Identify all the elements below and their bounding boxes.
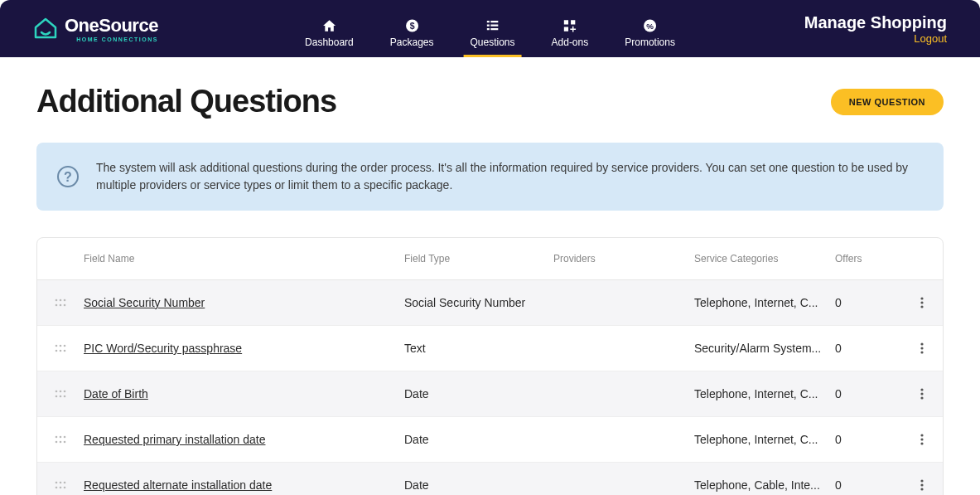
row-menu-button[interactable] — [901, 388, 943, 400]
logo-text-sub: HOME CONNECTIONS — [65, 36, 158, 42]
svg-point-50 — [920, 442, 923, 444]
service-categories-cell: Telephone, Internet, C... — [694, 387, 835, 400]
questions-table: Field Name Field Type Providers Service … — [36, 237, 944, 495]
row-menu-button[interactable] — [901, 342, 943, 354]
svg-point-40 — [920, 392, 923, 395]
svg-point-35 — [64, 391, 66, 393]
nav-packages[interactable]: $ Packages — [384, 0, 441, 57]
svg-text:%: % — [646, 21, 654, 30]
offers-cell: 0 — [835, 342, 901, 355]
logo[interactable]: OneSource HOME CONNECTIONS — [33, 15, 158, 42]
drag-handle-icon[interactable] — [37, 481, 84, 489]
svg-point-33 — [56, 391, 58, 393]
drag-handle-icon[interactable] — [37, 435, 84, 444]
logo-icon — [33, 17, 58, 41]
svg-point-17 — [64, 299, 66, 302]
field-name-link[interactable]: PIC Word/Security passphrase — [84, 342, 242, 355]
field-name-link[interactable]: Requested alternate installation date — [84, 478, 272, 492]
svg-point-49 — [920, 438, 923, 440]
header-right: Manage Shopping Logout — [804, 13, 947, 45]
svg-rect-5 — [490, 24, 498, 26]
logout-link[interactable]: Logout — [804, 32, 947, 45]
svg-point-59 — [920, 488, 923, 490]
svg-point-24 — [56, 345, 58, 347]
svg-text:?: ? — [64, 170, 72, 184]
service-categories-cell: Security/Alarm System... — [694, 342, 835, 355]
svg-point-30 — [920, 342, 923, 345]
svg-rect-6 — [487, 28, 490, 30]
svg-point-23 — [920, 305, 923, 308]
svg-rect-7 — [490, 28, 498, 30]
svg-point-51 — [56, 482, 58, 484]
percent-icon: % — [643, 18, 658, 33]
svg-point-31 — [920, 347, 923, 349]
table-row: Social Security NumberSocial Security Nu… — [37, 280, 943, 326]
nav-dashboard[interactable]: Dashboard — [298, 0, 360, 57]
field-name-link[interactable]: Social Security Number — [84, 296, 205, 309]
svg-rect-8 — [564, 20, 568, 24]
dollar-icon: $ — [404, 18, 419, 33]
svg-point-21 — [920, 297, 923, 299]
offers-cell: 0 — [835, 296, 901, 309]
svg-point-36 — [56, 396, 58, 398]
svg-rect-10 — [564, 27, 568, 31]
svg-point-15 — [56, 299, 58, 302]
field-name-link[interactable]: Requested primary installation date — [84, 433, 265, 446]
row-menu-button[interactable] — [901, 434, 943, 445]
svg-point-38 — [64, 396, 66, 398]
list-icon — [485, 18, 500, 33]
nav-questions[interactable]: Questions — [463, 0, 521, 57]
svg-point-45 — [56, 441, 58, 444]
svg-point-52 — [60, 482, 62, 484]
nav-label: Promotions — [625, 36, 675, 48]
field-name-link[interactable]: Date of Birth — [84, 387, 148, 400]
nav-label: Add-ons — [552, 36, 589, 48]
help-icon: ? — [56, 165, 80, 188]
th-field-name: Field Name — [84, 253, 404, 264]
new-question-button[interactable]: NEW QUESTION — [831, 89, 944, 115]
offers-cell: 0 — [835, 478, 901, 492]
field-type-cell: Date — [404, 478, 553, 492]
svg-point-53 — [64, 482, 66, 484]
svg-point-47 — [64, 441, 66, 444]
row-menu-button[interactable] — [901, 297, 943, 308]
field-type-cell: Text — [404, 342, 553, 355]
svg-point-19 — [60, 304, 62, 307]
svg-point-25 — [60, 345, 62, 347]
svg-rect-9 — [571, 20, 575, 24]
svg-point-44 — [64, 436, 66, 439]
field-type-cell: Date — [404, 433, 553, 446]
page-header: Additional Questions NEW QUESTION — [36, 84, 944, 119]
content: Additional Questions NEW QUESTION ? The … — [0, 57, 980, 495]
svg-point-27 — [56, 350, 58, 352]
svg-point-42 — [56, 436, 58, 439]
table-header: Field Name Field Type Providers Service … — [37, 238, 943, 280]
svg-point-20 — [64, 304, 66, 307]
svg-point-22 — [920, 301, 923, 303]
svg-point-39 — [920, 388, 923, 391]
svg-point-46 — [60, 441, 62, 444]
th-field-type: Field Type — [404, 253, 553, 264]
svg-point-58 — [920, 483, 923, 486]
drag-handle-icon[interactable] — [37, 344, 84, 352]
svg-point-57 — [920, 479, 923, 482]
nav-label: Packages — [390, 36, 434, 48]
service-categories-cell: Telephone, Cable, Inte... — [694, 478, 835, 492]
main-nav: Dashboard $ Packages Questions Add-ons %… — [298, 0, 682, 57]
header: OneSource HOME CONNECTIONS Dashboard $ P… — [0, 0, 980, 57]
manage-shopping-title: Manage Shopping — [804, 13, 947, 32]
nav-addons[interactable]: Add-ons — [545, 0, 596, 57]
service-categories-cell: Telephone, Internet, C... — [694, 296, 835, 309]
home-icon — [321, 18, 336, 33]
drag-handle-icon[interactable] — [37, 298, 84, 307]
logo-text-main: OneSource — [65, 15, 158, 36]
svg-point-28 — [60, 350, 62, 352]
row-menu-button[interactable] — [901, 479, 943, 491]
drag-handle-icon[interactable] — [37, 390, 84, 398]
svg-point-18 — [56, 304, 58, 307]
offers-cell: 0 — [835, 433, 901, 446]
svg-point-55 — [60, 487, 62, 489]
svg-point-56 — [64, 487, 66, 489]
th-offers: Offers — [835, 253, 901, 264]
nav-promotions[interactable]: % Promotions — [618, 0, 682, 57]
